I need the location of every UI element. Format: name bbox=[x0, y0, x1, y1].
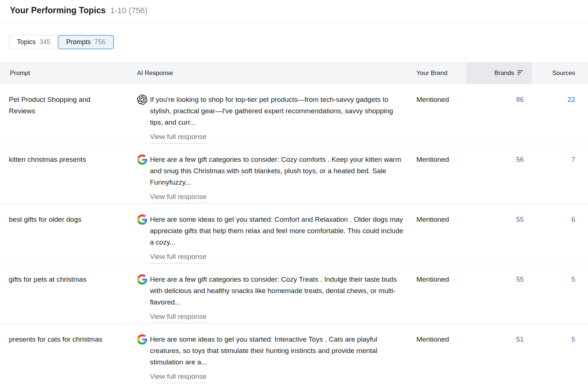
sort-descending-icon bbox=[517, 70, 524, 77]
ai-response-cell: Here are a few gift categories to consid… bbox=[137, 264, 416, 324]
response-snippet: Here are a few gift categories to consid… bbox=[150, 274, 404, 308]
column-header-brands[interactable]: Brands bbox=[466, 62, 532, 84]
column-header-prompt: Prompt bbox=[0, 62, 137, 84]
prompt-text: presents for cats for christmas bbox=[9, 335, 102, 343]
sources-count-link[interactable]: 5 bbox=[571, 275, 575, 283]
sources-cell: 5 bbox=[532, 324, 588, 392]
performing-topics-panel: Your Performing Topics 1-10 (756) Topics… bbox=[0, 0, 588, 392]
response-snippet: Here are some ideas to get you started: … bbox=[150, 334, 404, 368]
sources-count-link[interactable]: 5 bbox=[571, 335, 575, 343]
brands-cell: 55 bbox=[466, 204, 532, 264]
brands-cell: 86 bbox=[466, 84, 532, 144]
view-full-response-link[interactable]: View full response bbox=[150, 251, 207, 263]
ai-response-cell: Here are a few gift categories to consid… bbox=[137, 144, 416, 204]
sources-cell: 7 bbox=[532, 144, 588, 204]
prompt-cell: gifts for pets at christmas bbox=[0, 264, 137, 324]
sources-count-link[interactable]: 6 bbox=[571, 215, 575, 223]
table-row: kitten christmas presents Here are a few… bbox=[0, 144, 588, 204]
tab-topics-label: Topics bbox=[17, 38, 36, 46]
ai-response-cell: Here are some ideas to get you started: … bbox=[137, 324, 416, 392]
prompts-table: Prompt AI Response Your Brand Brands Sou… bbox=[0, 62, 588, 392]
page-header: Your Performing Topics 1-10 (756) bbox=[0, 0, 588, 22]
brands-count-link[interactable]: 86 bbox=[516, 96, 524, 103]
column-header-your-brand: Your Brand bbox=[416, 62, 466, 84]
view-full-response-link[interactable]: View full response bbox=[150, 311, 207, 323]
brands-count-link[interactable]: 55 bbox=[516, 275, 524, 283]
prompt-text: Pet Product Shopping and Reviews bbox=[9, 96, 90, 115]
google-icon bbox=[137, 274, 147, 285]
openai-icon bbox=[137, 95, 147, 105]
brands-count-link[interactable]: 56 bbox=[516, 156, 524, 163]
your-brand-cell: Mentioned bbox=[416, 144, 466, 204]
response-snippet: Here are a few gift categories to consid… bbox=[150, 154, 404, 188]
column-header-sources: Sources bbox=[532, 62, 588, 84]
prompt-cell: presents for cats for christmas bbox=[0, 324, 137, 392]
table-row: best gifts for older dogs Here are some … bbox=[0, 204, 588, 264]
google-icon bbox=[137, 334, 147, 345]
table-body: Pet Product Shopping and Reviews If you'… bbox=[0, 84, 588, 392]
ai-response-cell: If you're looking to shop for top-tier p… bbox=[137, 84, 416, 144]
google-icon bbox=[137, 214, 147, 225]
response-snippet: Here are some ideas to get you started: … bbox=[150, 214, 404, 248]
topics-prompts-toggle: Topics 345 Prompts 756 bbox=[9, 35, 114, 49]
prompt-text: kitten christmas presents bbox=[9, 156, 86, 163]
view-full-response-link[interactable]: View full response bbox=[150, 131, 207, 143]
sources-count-link[interactable]: 7 bbox=[571, 156, 575, 163]
prompt-cell: kitten christmas presents bbox=[0, 144, 137, 204]
brands-count-link[interactable]: 51 bbox=[516, 335, 524, 343]
page-title: Your Performing Topics bbox=[10, 6, 106, 15]
sources-cell: 6 bbox=[532, 204, 588, 264]
pagination-range: 1-10 (756) bbox=[110, 6, 148, 15]
sources-count-link[interactable]: 22 bbox=[567, 96, 575, 103]
table-header-row: Prompt AI Response Your Brand Brands Sou… bbox=[0, 62, 588, 84]
brands-count-link[interactable]: 55 bbox=[516, 215, 524, 223]
tab-prompts-count: 756 bbox=[94, 38, 105, 46]
tab-topics[interactable]: Topics 345 bbox=[9, 35, 58, 49]
view-full-response-link[interactable]: View full response bbox=[150, 371, 207, 383]
sources-cell: 5 bbox=[532, 264, 588, 324]
brands-cell: 51 bbox=[466, 324, 532, 392]
brands-cell: 56 bbox=[466, 144, 532, 204]
column-header-ai-response: AI Response bbox=[137, 62, 416, 84]
prompt-text: best gifts for older dogs bbox=[9, 215, 82, 223]
column-header-brands-label: Brands bbox=[494, 70, 514, 77]
your-brand-cell: Mentioned bbox=[416, 324, 466, 392]
view-full-response-link[interactable]: View full response bbox=[150, 191, 207, 203]
google-icon bbox=[137, 154, 147, 165]
sources-cell: 22 bbox=[532, 84, 588, 144]
ai-response-cell: Here are some ideas to get you started: … bbox=[137, 204, 416, 264]
prompt-cell: Pet Product Shopping and Reviews bbox=[0, 84, 137, 144]
your-brand-cell: Mentioned bbox=[416, 264, 466, 324]
prompt-text: gifts for pets at christmas bbox=[9, 275, 86, 283]
tab-topics-count: 345 bbox=[39, 38, 50, 46]
tab-prompts-label: Prompts bbox=[66, 38, 91, 46]
table-row: Pet Product Shopping and Reviews If you'… bbox=[0, 84, 588, 144]
table-row: gifts for pets at christmas Here are a f… bbox=[0, 264, 588, 324]
your-brand-cell: Mentioned bbox=[416, 204, 466, 264]
your-brand-cell: Mentioned bbox=[416, 84, 466, 144]
brands-cell: 55 bbox=[466, 264, 532, 324]
prompt-cell: best gifts for older dogs bbox=[0, 204, 137, 264]
response-snippet: If you're looking to shop for top-tier p… bbox=[150, 94, 404, 128]
tab-prompts[interactable]: Prompts 756 bbox=[58, 35, 114, 49]
table-row: presents for cats for christmas Here are… bbox=[0, 324, 588, 392]
